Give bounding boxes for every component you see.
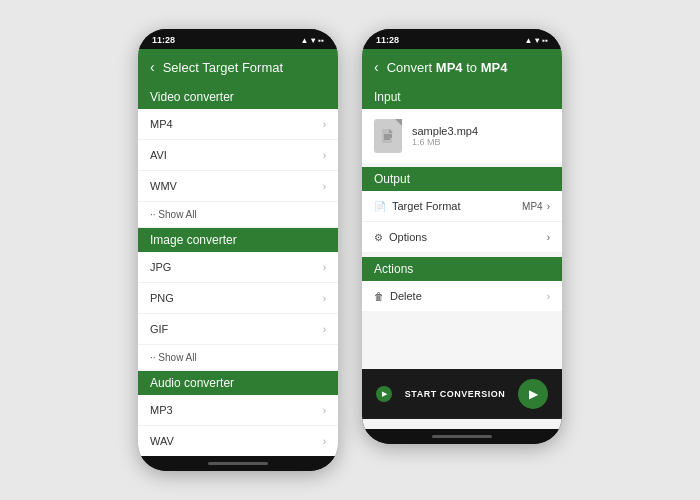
delete-left: 🗑 Delete: [374, 290, 422, 302]
title-prefix: Convert: [387, 60, 436, 75]
back-button-2[interactable]: ‹: [374, 59, 379, 75]
status-bar-1: 11:28 ▲ ▾ ▪▪: [138, 29, 338, 49]
home-bar-2: [432, 435, 492, 438]
target-format-left: 📄 Target Format: [374, 200, 460, 212]
chevron-delete: ›: [547, 291, 550, 302]
chevron-icon-jpg: ›: [323, 262, 326, 273]
file-name: sample3.mp4: [412, 125, 478, 137]
list-item-png[interactable]: PNG ›: [138, 283, 338, 314]
section-header-image: Image converter: [138, 228, 338, 252]
home-indicator-2: [362, 429, 562, 444]
delete-label: Delete: [390, 290, 422, 302]
conversion-bar: ▶ START CONVERSION ▶: [362, 369, 562, 419]
title-to: MP4: [481, 60, 508, 75]
options-right: ›: [547, 232, 550, 243]
section-header-input: Input: [362, 85, 562, 109]
nav-bar-1: ‹ Select Target Format: [138, 49, 338, 85]
nav-bar-2: ‹ Convert MP4 to MP4: [362, 49, 562, 85]
battery-icon-2: ▪▪: [542, 36, 548, 45]
format-label-avi: AVI: [150, 149, 167, 161]
screen-title-1: Select Target Format: [163, 60, 283, 75]
format-label-wmv: WMV: [150, 180, 177, 192]
list-item-wav[interactable]: WAV ›: [138, 426, 338, 456]
back-button-1[interactable]: ‹: [150, 59, 155, 75]
options-label: Options: [389, 231, 427, 243]
section-header-actions: Actions: [362, 257, 562, 281]
section-header-audio: Audio converter: [138, 371, 338, 395]
battery-icon: ▪▪: [318, 36, 324, 45]
chevron-icon-gif: ›: [323, 324, 326, 335]
chevron-format: ›: [547, 201, 550, 212]
format-label-gif: GIF: [150, 323, 168, 335]
chevron-icon-mp3: ›: [323, 405, 326, 416]
list-item-gif[interactable]: GIF ›: [138, 314, 338, 345]
play-button-small[interactable]: ▶: [376, 386, 392, 402]
home-indicator-1: [138, 456, 338, 471]
list-item-jpg[interactable]: JPG ›: [138, 252, 338, 283]
title-mid: to: [463, 60, 481, 75]
format-label-mp4: MP4: [150, 118, 173, 130]
title-from: MP4: [436, 60, 463, 75]
chevron-icon-wmv: ›: [323, 181, 326, 192]
chevron-options: ›: [547, 232, 550, 243]
chevron-icon-mp4: ›: [323, 119, 326, 130]
time-2: 11:28: [376, 35, 399, 45]
format-label-png: PNG: [150, 292, 174, 304]
format-label-mp3: MP3: [150, 404, 173, 416]
target-format-row[interactable]: 📄 Target Format MP4 ›: [362, 191, 562, 222]
screen-2: ‹ Convert MP4 to MP4 Input: [362, 49, 562, 429]
phone-1: 11:28 ▲ ▾ ▪▪ ‹ Select Target Format Vide…: [138, 29, 338, 471]
format-label-wav: WAV: [150, 435, 174, 447]
chevron-icon-png: ›: [323, 293, 326, 304]
wifi-icon: ▾: [311, 36, 315, 45]
page-wrapper: 11:28 ▲ ▾ ▪▪ ‹ Select Target Format Vide…: [118, 9, 582, 491]
chevron-icon-avi: ›: [323, 150, 326, 161]
delete-row[interactable]: 🗑 Delete ›: [362, 281, 562, 311]
list-item-avi[interactable]: AVI ›: [138, 140, 338, 171]
status-icons-2: ▲ ▾ ▪▪: [524, 36, 548, 45]
list-item-mp3[interactable]: MP3 ›: [138, 395, 338, 426]
file-icon: [374, 119, 402, 153]
options-left: ⚙ Options: [374, 231, 427, 243]
target-format-right: MP4 ›: [522, 201, 550, 212]
phone-2: 11:28 ▲ ▾ ▪▪ ‹ Convert MP4 to MP4 Input: [362, 29, 562, 444]
show-all-video[interactable]: ·· Show All: [138, 202, 338, 228]
screen-title-2: Convert MP4 to MP4: [387, 60, 508, 75]
target-format-value: MP4: [522, 201, 543, 212]
status-bar-2: 11:28 ▲ ▾ ▪▪: [362, 29, 562, 49]
input-file-row: sample3.mp4 1.6 MB: [362, 109, 562, 163]
trash-icon: 🗑: [374, 291, 384, 302]
list-item-mp4[interactable]: MP4 ›: [138, 109, 338, 140]
target-format-label: Target Format: [392, 200, 460, 212]
format-label-jpg: JPG: [150, 261, 171, 273]
file-size: 1.6 MB: [412, 137, 478, 147]
show-all-image[interactable]: ·· Show All: [138, 345, 338, 371]
play-button-large[interactable]: ▶: [518, 379, 548, 409]
signal-icon-2: ▲: [524, 36, 532, 45]
file-info: sample3.mp4 1.6 MB: [412, 125, 478, 147]
options-row[interactable]: ⚙ Options ›: [362, 222, 562, 253]
options-icon: ⚙: [374, 232, 383, 243]
filler: [362, 311, 562, 361]
wifi-icon-2: ▾: [535, 36, 539, 45]
start-conversion-label[interactable]: START CONVERSION: [405, 389, 505, 399]
file-format-icon: 📄: [374, 201, 386, 212]
section-header-output: Output: [362, 167, 562, 191]
status-icons-1: ▲ ▾ ▪▪: [300, 36, 324, 45]
screen-1: ‹ Select Target Format Video converter M…: [138, 49, 338, 456]
list-item-wmv[interactable]: WMV ›: [138, 171, 338, 202]
home-bar-1: [208, 462, 268, 465]
chevron-icon-wav: ›: [323, 436, 326, 447]
signal-icon: ▲: [300, 36, 308, 45]
section-header-video: Video converter: [138, 85, 338, 109]
time-1: 11:28: [152, 35, 175, 45]
